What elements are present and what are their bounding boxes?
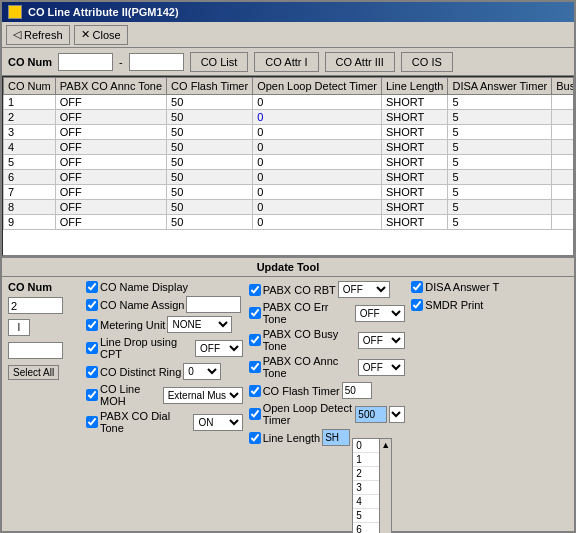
pabx-rbt-select[interactable]: OFFON: [338, 281, 390, 298]
co-name-display-label: CO Name Display: [100, 281, 188, 293]
pabx-err-tone-select[interactable]: OFFON: [355, 305, 406, 322]
table-row[interactable]: 2OFF500SHORT5: [4, 110, 575, 125]
update-tool: Update Tool CO Num I Select All: [2, 256, 574, 450]
metering-select[interactable]: NONE 12KHZ 16KHZ: [167, 316, 232, 333]
co-line-moh-select[interactable]: External Mus Internal Mus OFF: [163, 387, 243, 404]
popup-item-1[interactable]: 1: [353, 453, 379, 467]
popup-item-6[interactable]: 6: [353, 523, 379, 534]
co-num-input2[interactable]: [129, 53, 184, 71]
window-title: CO Line Attribute II(PGM142): [28, 6, 568, 18]
co-name-assign-label: CO Name Assign: [100, 299, 184, 311]
table-cell: 6: [4, 170, 56, 185]
open-loop-cb[interactable]: [249, 408, 261, 420]
table-cell: SHORT: [381, 110, 448, 125]
table-row[interactable]: 4OFF500SHORT5: [4, 140, 575, 155]
distinct-ring-label: CO Distinct Ring: [100, 366, 181, 378]
co-is-button[interactable]: CO IS: [401, 52, 453, 72]
extra-input[interactable]: [8, 342, 63, 359]
co-name-assign-input[interactable]: [186, 296, 241, 313]
pabx-err-tone-row: PABX CO Err Tone OFFON: [249, 301, 406, 325]
scroll-up-arrow[interactable]: ▲: [380, 439, 391, 451]
line-length-row: Line Length 0 1 2 3 4 5 6: [249, 429, 406, 446]
co-name-assign-cb[interactable]: [86, 299, 98, 311]
table-cell: 2: [4, 110, 56, 125]
line-drop-cb[interactable]: [86, 342, 98, 354]
co-name-assign-row: CO Name Assign: [86, 296, 243, 313]
open-loop-input[interactable]: [355, 406, 387, 423]
pabx-dial-tone-cb[interactable]: [86, 416, 98, 428]
table-row[interactable]: 3OFF500SHORT5: [4, 125, 575, 140]
table-cell: 50: [167, 125, 253, 140]
pabx-err-tone-cb[interactable]: [249, 307, 261, 319]
left-controls: CO Num I Select All: [8, 281, 80, 446]
co-line-moh-cb[interactable]: [86, 389, 98, 401]
distinct-ring-select[interactable]: 0123: [183, 363, 221, 380]
co-flash-timer-input[interactable]: [342, 382, 372, 399]
select-all-button[interactable]: Select All: [8, 365, 59, 380]
table-cell: 0: [253, 125, 382, 140]
table-cell: 0: [253, 155, 382, 170]
table-cell: [552, 110, 574, 125]
table-cell: OFF: [55, 140, 166, 155]
co-num-label: CO Num: [8, 56, 52, 68]
table-cell: SHORT: [381, 200, 448, 215]
smdr-print-label: SMDR Print: [425, 299, 483, 311]
pabx-busy-tone-cb[interactable]: [249, 334, 261, 346]
co-num-input1[interactable]: [58, 53, 113, 71]
open-loop-dropdown[interactable]: ▼: [389, 406, 405, 423]
refresh-button[interactable]: ◁ Refresh: [6, 25, 70, 45]
smdr-print-cb[interactable]: [411, 299, 423, 311]
table-cell: OFF: [55, 170, 166, 185]
pabx-annc-tone-cb[interactable]: [249, 361, 261, 373]
distinct-ring-cb[interactable]: [86, 366, 98, 378]
table-row[interactable]: 6OFF500SHORT5: [4, 170, 575, 185]
table-row[interactable]: 9OFF500SHORT5: [4, 215, 575, 230]
co-name-display-cb[interactable]: [86, 281, 98, 293]
table-cell: 5: [448, 170, 552, 185]
co-flash-timer-label: CO Flash Timer: [263, 385, 340, 397]
table-cell: 5: [448, 95, 552, 110]
popup-item-5[interactable]: 5: [353, 509, 379, 523]
table-cell: 5: [448, 125, 552, 140]
table-cell: SHORT: [381, 140, 448, 155]
table-row[interactable]: 1OFF500SHORT5: [4, 95, 575, 110]
main-window: CO Line Attribute II(PGM142) ◁ Refresh ✕…: [0, 0, 576, 533]
table-cell: [552, 95, 574, 110]
data-table-container[interactable]: CO Num PABX CO Annc Tone CO Flash Timer …: [2, 76, 574, 256]
pabx-rbt-cb[interactable]: [249, 284, 261, 296]
table-row[interactable]: 5OFF500SHORT5: [4, 155, 575, 170]
pabx-busy-tone-select[interactable]: OFFON: [358, 332, 406, 349]
table-row[interactable]: 7OFF500SHORT5: [4, 185, 575, 200]
table-cell: SHORT: [381, 215, 448, 230]
co-attr1-button[interactable]: CO Attr I: [254, 52, 318, 72]
popup-scrollbar[interactable]: ▲ ▼: [379, 439, 391, 534]
table-cell: 3: [4, 125, 56, 140]
pabx-annc-tone-select[interactable]: OFFON: [358, 359, 406, 376]
i-button[interactable]: I: [8, 319, 30, 336]
line-drop-select[interactable]: OFF ON: [195, 340, 243, 357]
update-co-num-input[interactable]: [8, 297, 63, 314]
popup-item-0[interactable]: 0: [353, 439, 379, 453]
pabx-dial-tone-select[interactable]: ON OFF: [193, 414, 242, 431]
co-line-moh-row: CO Line MOH External Mus Internal Mus OF…: [86, 383, 243, 407]
table-cell: SHORT: [381, 95, 448, 110]
popup-list: 0 1 2 3 4 5 6 7: [353, 439, 379, 534]
th-pabx-annc: PABX CO Annc Tone: [55, 78, 166, 95]
dash-separator: -: [119, 56, 123, 68]
th-busy: Busy/E: [552, 78, 574, 95]
popup-item-2[interactable]: 2: [353, 467, 379, 481]
close-button[interactable]: ✕ Close: [74, 25, 128, 45]
disa-answer-cb[interactable]: [411, 281, 423, 293]
co-attr3-button[interactable]: CO Attr III: [325, 52, 395, 72]
popup-item-3[interactable]: 3: [353, 481, 379, 495]
table-row[interactable]: 8OFF500SHORT5: [4, 200, 575, 215]
co-list-button[interactable]: CO List: [190, 52, 249, 72]
th-line-length: Line Length: [381, 78, 448, 95]
metering-cb[interactable]: [86, 319, 98, 331]
line-length-cb[interactable]: [249, 432, 261, 444]
co-flash-timer-cb[interactable]: [249, 385, 261, 397]
popup-item-4[interactable]: 4: [353, 495, 379, 509]
table-cell: 50: [167, 170, 253, 185]
line-drop-row: Line Drop using CPT OFF ON: [86, 336, 243, 360]
line-length-input[interactable]: [322, 429, 350, 446]
